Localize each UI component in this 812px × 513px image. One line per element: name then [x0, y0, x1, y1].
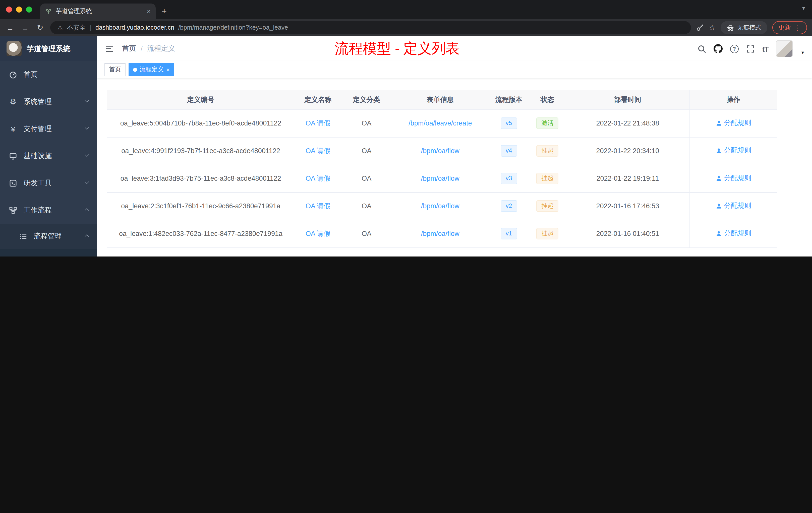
chevron-down-icon [85, 98, 89, 103]
collapse-sidebar-icon[interactable] [105, 44, 114, 53]
cell-version: v4 [489, 137, 529, 164]
version-badge: v2 [501, 200, 517, 212]
user-icon [716, 231, 722, 237]
definition-name-link[interactable]: OA 请假 [306, 147, 330, 154]
back-button[interactable]: ← [5, 23, 15, 32]
status-badge: 挂起 [536, 200, 558, 212]
action-label: 分配规则 [724, 202, 751, 211]
cell-actions: 分配规则 [690, 192, 777, 220]
browser-menu-icon[interactable]: ⋮ [794, 24, 801, 31]
assign-rule-link[interactable]: 分配规则 [716, 146, 751, 155]
sidebar-item-label: 首页 [24, 70, 38, 79]
form-link[interactable]: /bpm/oa/flow [421, 230, 460, 237]
cell-status: 挂起 [529, 164, 566, 192]
chevron-down-icon [85, 180, 89, 184]
cell-deploy-time: 2022-01-22 21:48:38 [566, 110, 690, 137]
reload-button[interactable]: ↻ [35, 23, 45, 32]
password-key-icon[interactable] [696, 24, 704, 32]
incognito-badge: 无痕模式 [721, 21, 767, 34]
version-badge: v1 [501, 228, 517, 239]
sidebar-item-dev-tools[interactable]: 研发工具 [0, 170, 97, 197]
sidebar-item-system-mgmt[interactable]: ⚙ 系统管理 [0, 88, 97, 116]
table-header-row: 定义编号 定义名称 定义分类 表单信息 流程版本 状态 部署时间 操作 [107, 90, 777, 110]
list-icon [19, 233, 28, 240]
cell-version: v2 [489, 192, 529, 220]
definition-name-link[interactable]: OA 请假 [306, 202, 330, 210]
table-row: oa_leave:4:991f2193-7b7f-11ec-a3c8-acde4… [107, 137, 777, 164]
cell-form-info: /bpm/oa/flow [392, 220, 489, 247]
definition-name-link[interactable]: OA 请假 [306, 119, 330, 127]
avatar-caret-icon[interactable]: ▾ [802, 50, 804, 55]
cell-definition-name: OA 请假 [294, 164, 342, 192]
chevron-up-icon [85, 208, 89, 213]
chrome-update-button[interactable]: 更新 ⋮ [772, 21, 807, 34]
version-badge: v4 [501, 145, 517, 157]
assign-rule-link[interactable]: 分配规则 [716, 119, 751, 128]
tag-home[interactable]: 首页 [105, 63, 125, 76]
browser-tab[interactable]: 芋道管理系统 × [40, 3, 156, 19]
incognito-icon [727, 24, 734, 31]
version-badge: v3 [501, 173, 517, 184]
action-label: 分配规则 [724, 119, 751, 128]
breadcrumb-home[interactable]: 首页 [122, 44, 136, 53]
yen-icon: ¥ [8, 125, 18, 133]
text-size-icon[interactable]: tT [762, 44, 768, 53]
cell-category: OA [342, 164, 392, 192]
sidebar-item-workflow[interactable]: 工作流程 [0, 197, 97, 224]
help-icon[interactable]: ? [730, 44, 739, 53]
avatar[interactable] [776, 40, 793, 57]
form-link[interactable]: /bpm/oa/leave/create [408, 119, 472, 127]
definition-name-link[interactable]: OA 请假 [306, 175, 330, 182]
fullscreen-icon[interactable] [746, 44, 755, 53]
assign-rule-link[interactable]: 分配规则 [716, 202, 751, 211]
cell-form-info: /bpm/oa/leave/create [392, 110, 489, 137]
col-category: 定义分类 [342, 90, 392, 110]
site-favicon-icon [45, 8, 52, 14]
search-icon[interactable] [697, 44, 706, 53]
omnibox-separator: | [90, 24, 91, 31]
close-window-button[interactable] [6, 6, 12, 12]
new-tab-button[interactable]: + [162, 6, 167, 17]
security-label[interactable]: 不安全 [67, 23, 86, 32]
tag-process-definition[interactable]: 流程定义 × [128, 63, 174, 76]
tag-close-icon[interactable]: × [166, 66, 170, 73]
github-icon[interactable] [714, 44, 723, 53]
page-content: 定义编号 定义名称 定义分类 表单信息 流程版本 状态 部署时间 操作 oa_l [97, 78, 812, 256]
cell-status: 挂起 [529, 220, 566, 247]
user-icon [716, 203, 722, 209]
minimize-window-button[interactable] [16, 6, 22, 12]
cell-actions: 分配规则 [690, 110, 777, 137]
incognito-label: 无痕模式 [737, 23, 761, 32]
code-box-icon [8, 179, 18, 187]
cell-version: v3 [489, 164, 529, 192]
col-definition-id: 定义编号 [107, 90, 294, 110]
tab-search-icon[interactable]: ▾ [802, 5, 805, 11]
url-path: /bpm/manager/definition?key=oa_leave [178, 24, 288, 31]
bookmark-star-icon[interactable]: ☆ [709, 23, 716, 32]
address-bar[interactable]: ⚠ 不安全 | dashboard.yudao.iocoder.cn/bpm/m… [50, 21, 691, 34]
sidebar-item-infrastructure[interactable]: 基础设施 [0, 143, 97, 170]
sidebar-item-label: 支付管理 [24, 124, 52, 133]
version-badge: v5 [501, 117, 517, 129]
sidebar-item-process-mgmt[interactable]: 流程管理 [0, 224, 97, 249]
security-warning-icon: ⚠ [57, 24, 63, 31]
assign-rule-link[interactable]: 分配规则 [716, 229, 751, 238]
table-row: oa_leave:3:1fad3d93-7b75-11ec-a3c8-acde4… [107, 164, 777, 192]
assign-rule-link[interactable]: 分配规则 [716, 174, 751, 183]
col-definition-name: 定义名称 [294, 90, 342, 110]
sidebar-logo[interactable]: 芋道管理系统 [0, 36, 97, 61]
top-navbar: 首页 / 流程定义 流程模型 - 定义列表 ? tT ▾ [97, 36, 812, 61]
form-link[interactable]: /bpm/oa/flow [421, 175, 460, 182]
form-link[interactable]: /bpm/oa/flow [421, 202, 460, 210]
sidebar-item-payment-mgmt[interactable]: ¥ 支付管理 [0, 116, 97, 143]
cell-definition-id: oa_leave:5:004b710b-7b8a-11ec-8ef0-acde4… [107, 110, 294, 137]
action-label: 分配规则 [724, 146, 751, 155]
form-link[interactable]: /bpm/oa/flow [421, 147, 460, 155]
sidebar-item-process-form[interactable]: 流程表单 [0, 249, 97, 256]
tab-close-icon[interactable]: × [147, 7, 151, 15]
definition-name-link[interactable]: OA 请假 [306, 230, 330, 237]
browser-toolbar: ← → ↻ ⚠ 不安全 | dashboard.yudao.iocoder.cn… [0, 19, 812, 36]
sidebar-item-home[interactable]: 首页 [0, 61, 97, 88]
cell-definition-id: oa_leave:3:1fad3d93-7b75-11ec-a3c8-acde4… [107, 164, 294, 192]
maximize-window-button[interactable] [26, 6, 32, 12]
